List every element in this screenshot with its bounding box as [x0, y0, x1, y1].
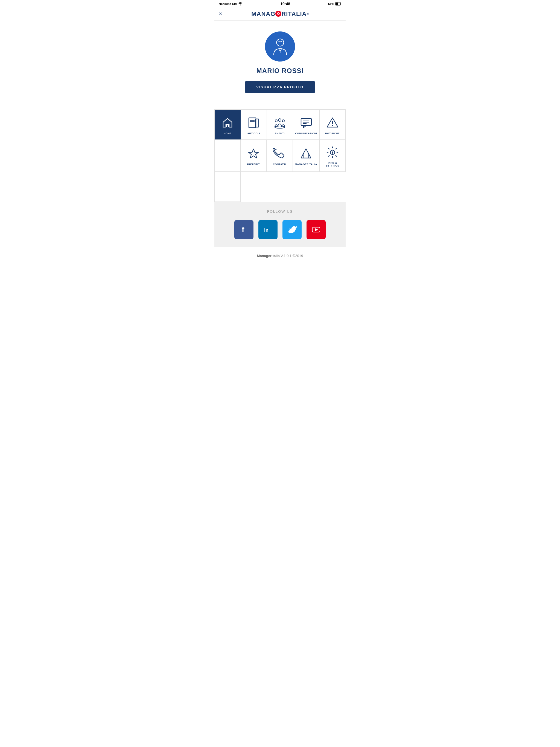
svg-point-12	[275, 126, 285, 128]
svg-text:in: in	[264, 228, 269, 233]
nav-home-label: HOME	[224, 132, 232, 135]
svg-point-11	[282, 120, 284, 122]
nav-manageritalia-label: MANAGERITALIA	[295, 163, 317, 166]
nav-empty-cell	[215, 140, 240, 172]
nav-empty-cell-2	[215, 172, 240, 202]
linkedin-button[interactable]: in	[258, 220, 278, 239]
user-name: MARIO ROSSI	[256, 67, 304, 75]
eventi-icon	[273, 115, 287, 130]
nav-info-settings[interactable]: INFO & SETTINGS	[320, 140, 346, 172]
logo-text-1: MANAG	[251, 10, 275, 18]
logo-o-circle: O	[275, 11, 281, 17]
nav-eventi-label: EVENTI	[275, 132, 285, 135]
nav-grid-row2: PREFERITI CONTATTI MANAGERITALIA	[214, 140, 346, 202]
home-icon	[221, 115, 235, 130]
nav-grid-row1: HOME ARTICOLI	[214, 109, 346, 140]
nav-contatti-label: CONTATTI	[273, 163, 286, 166]
articoli-icon	[247, 115, 261, 130]
status-carrier: Nessuna SIM	[219, 2, 242, 5]
svg-point-9	[278, 119, 281, 121]
status-time: 19:48	[280, 2, 290, 6]
profile-section: MARIO ROSSI VISUALIZZA PROFILO	[214, 21, 346, 101]
close-button[interactable]: ×	[219, 11, 222, 17]
svg-point-3	[276, 39, 284, 46]
svg-point-19	[332, 125, 333, 126]
nav-manageritalia[interactable]: MANAGERITALIA	[293, 140, 320, 172]
nav-articoli-label: ARTICOLI	[248, 132, 260, 135]
comunicazioni-icon	[299, 115, 313, 130]
nav-info-settings-label: INFO & SETTINGS	[322, 162, 343, 167]
avatar	[265, 31, 295, 61]
svg-marker-20	[249, 149, 258, 158]
svg-text:f: f	[242, 225, 245, 234]
logo: MANAG O RITALIA ®	[251, 10, 309, 18]
nav-preferiti[interactable]: PREFERITI	[240, 140, 266, 172]
nav-comunicazioni-label: COMUNICAZIONI	[295, 132, 317, 135]
contatti-icon	[272, 147, 286, 161]
svg-point-25	[332, 151, 333, 152]
nav-home[interactable]: HOME	[215, 110, 241, 140]
view-profile-button[interactable]: VISUALIZZA PROFILO	[245, 81, 314, 93]
nav-articoli[interactable]: ARTICOLI	[241, 110, 267, 140]
footer-text: Manageritalia V.1.0.1 ©2019	[221, 254, 339, 258]
svg-marker-30	[315, 228, 318, 231]
status-bar: Nessuna SIM 19:48 51%	[214, 0, 346, 8]
footer: Manageritalia V.1.0.1 ©2019	[214, 247, 346, 264]
svg-point-0	[240, 5, 241, 5]
logo-trademark: ®	[307, 12, 308, 16]
nav-contatti[interactable]: CONTATTI	[266, 140, 292, 172]
nav-notifiche[interactable]: NOTIFICHE	[320, 110, 346, 140]
follow-section: FOLLOW US f in	[214, 202, 346, 247]
footer-brand: Manageritalia	[257, 254, 280, 258]
info-settings-icon	[325, 145, 339, 159]
nav-comunicazioni[interactable]: COMUNICAZIONI	[293, 110, 320, 140]
twitter-button[interactable]	[282, 220, 302, 239]
status-battery: 51%	[328, 2, 341, 5]
svg-point-10	[275, 120, 277, 122]
social-row: f in	[220, 220, 340, 239]
header: × MANAG O RITALIA ®	[214, 8, 346, 21]
youtube-button[interactable]	[307, 220, 326, 239]
preferiti-icon	[246, 147, 261, 161]
follow-us-title: FOLLOW US	[220, 209, 340, 213]
manageritalia-icon	[299, 147, 313, 161]
notifiche-icon	[325, 115, 339, 130]
nav-eventi[interactable]: EVENTI	[267, 110, 293, 140]
svg-rect-2	[336, 3, 338, 5]
facebook-button[interactable]: f	[234, 220, 253, 239]
nav-notifiche-label: NOTIFICHE	[325, 132, 339, 135]
nav-preferiti-label: PREFERITI	[246, 163, 261, 166]
logo-text-2: RITALIA	[281, 10, 307, 18]
